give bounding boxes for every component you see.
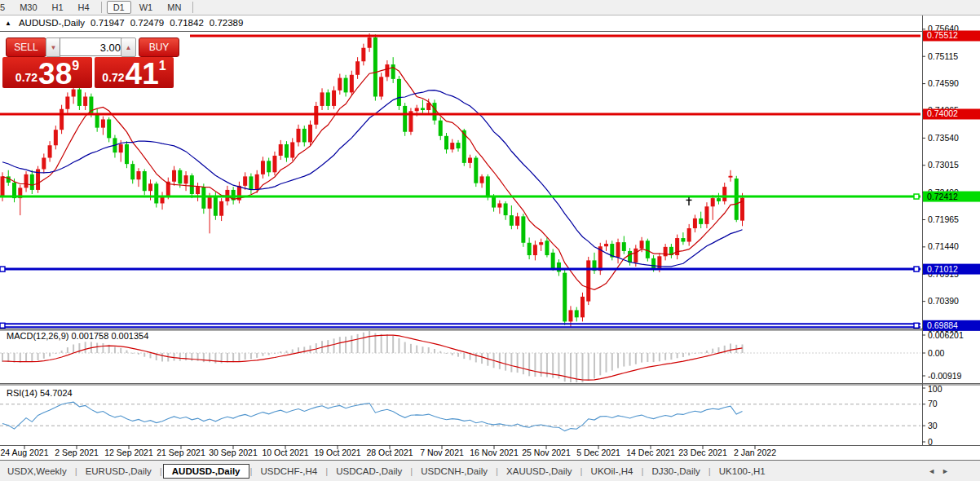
macd-axis-label: -0.00919: [928, 371, 962, 381]
chart-tab-dj30[interactable]: DJ30-,Daily: [644, 464, 707, 479]
chart-tab-uk100[interactable]: UK100-,H1: [712, 464, 773, 479]
sell-price-box[interactable]: 0.72 38 9: [2, 57, 92, 88]
chart-tab-eurusd[interactable]: EURUSD-,Daily: [78, 464, 159, 479]
candle-body: [616, 242, 620, 257]
macd-axis-label: 0.006201: [928, 330, 964, 340]
candle-body: [308, 125, 312, 143]
macd-bar: [351, 336, 352, 353]
line-handle[interactable]: [914, 323, 919, 328]
date-axis: 24 Aug 20212 Sep 202112 Sep 202121 Sep 2…: [1, 445, 777, 457]
volume-increase-button[interactable]: ▲: [121, 38, 136, 57]
timeframe-button-mn[interactable]: MN: [161, 1, 188, 14]
sell-price-big: 38: [38, 62, 72, 86]
line-handle[interactable]: [914, 194, 919, 199]
macd-bar: [262, 353, 263, 356]
macd-bar: [439, 351, 441, 353]
macd-bar: [611, 353, 613, 371]
sell-button[interactable]: SELL: [6, 38, 46, 57]
macd-bar: [576, 353, 577, 382]
macd-bar: [102, 343, 104, 353]
date-tick-label: 2 Jan 2022: [734, 448, 776, 457]
candle-body: [285, 144, 289, 158]
macd-bar: [20, 353, 21, 363]
chart-tab-usdx[interactable]: USDX,Weekly: [0, 464, 74, 479]
macd-bar: [285, 351, 287, 353]
chart-symbol-label: AUDUSD-,Daily: [19, 18, 85, 28]
candle-body: [379, 77, 383, 96]
toolbar-separator: [192, 2, 193, 13]
macd-bar: [706, 351, 708, 353]
chart-tab-usdcnh[interactable]: USDCNH-,Daily: [413, 464, 495, 479]
macd-bar: [327, 340, 329, 353]
candle-body: [130, 164, 135, 179]
ohlc-open: 0.71947: [90, 18, 125, 28]
macd-bar: [38, 353, 39, 360]
macd-bar: [31, 353, 33, 362]
candle-body: [699, 218, 703, 224]
line-handle[interactable]: [914, 267, 919, 271]
candle-body: [119, 144, 123, 152]
macd-bar: [659, 353, 660, 361]
ohlc-close: 0.72389: [210, 18, 244, 28]
chart-tab-ukoil[interactable]: UKOil-,H4: [584, 464, 641, 479]
collapse-triangle-icon[interactable]: ▲: [5, 20, 11, 27]
chart-title: ▲ AUDUSD-,Daily 0.71947 0.72479 0.71842 …: [5, 17, 243, 29]
chart-tab-audusd[interactable]: AUDUSD-,Daily: [163, 464, 249, 479]
macd-bar: [564, 353, 566, 382]
macd-bar: [528, 353, 530, 376]
macd-bar: [369, 331, 370, 353]
macd-bar: [55, 353, 56, 354]
buy-price-big: 41: [126, 62, 159, 86]
macd-bar: [203, 353, 205, 362]
volume-input[interactable]: [60, 38, 125, 56]
macd-bar: [268, 353, 270, 355]
macd-bar: [392, 336, 394, 353]
chevron-up-icon: ▲: [126, 44, 132, 51]
timeframe-button-h4[interactable]: H4: [72, 1, 96, 14]
candle-body: [497, 203, 501, 207]
timeframe-button-w1[interactable]: W1: [133, 1, 160, 14]
date-tick-label: 14 Dec 2021: [626, 448, 675, 457]
candle-body: [332, 90, 336, 106]
macd-bar: [339, 337, 341, 353]
macd-bar: [434, 349, 435, 353]
price-tick-label: 0.71965: [928, 214, 959, 224]
candle-body: [101, 119, 105, 127]
buy-button[interactable]: BUY: [139, 38, 179, 57]
line-handle[interactable]: [0, 323, 5, 328]
timeframe-button-h1[interactable]: H1: [46, 1, 70, 14]
macd-bar: [161, 353, 163, 361]
buy-price-box[interactable]: 0.72 41 1: [95, 57, 174, 88]
tab-scroll-arrows[interactable]: ◄►: [928, 467, 956, 475]
candle-body: [297, 129, 301, 143]
candle-body: [704, 206, 709, 224]
candle-body: [261, 161, 265, 174]
macd-bar: [635, 353, 637, 364]
candle-body: [528, 243, 532, 255]
macd-bar: [410, 344, 412, 353]
macd-bar: [670, 353, 672, 360]
hline-price-text: 0.74002: [927, 108, 958, 118]
line-handle[interactable]: [0, 267, 5, 271]
candle-body: [651, 258, 656, 269]
candle-body: [711, 198, 715, 206]
macd-bar: [647, 353, 648, 362]
date-tick-label: 16 Nov 2021: [470, 448, 519, 457]
candle-body: [457, 143, 461, 148]
macd-bar: [617, 353, 619, 368]
chart-tab-xauusd[interactable]: XAUUSD-,Daily: [499, 464, 580, 479]
rsi-axis-label: 0: [928, 437, 933, 447]
candle-body: [640, 240, 644, 249]
macd-bar: [523, 353, 524, 374]
macd-bar: [150, 353, 152, 358]
chart-tab-usdcad[interactable]: USDCAD-,Daily: [329, 464, 409, 479]
rsi-label: RSI(14) 54.7024: [7, 388, 73, 398]
date-tick-label: 19 Oct 2021: [314, 448, 360, 457]
candle-body: [421, 108, 425, 110]
timeframe-button-m30[interactable]: M30: [13, 1, 43, 14]
macd-bar: [505, 353, 506, 371]
timeframe-button-d1[interactable]: D1: [107, 1, 131, 14]
timeframe-button-5[interactable]: 5: [0, 1, 11, 14]
candle-body: [551, 253, 555, 269]
chart-tab-usdchf[interactable]: USDCHF-,H4: [254, 464, 325, 479]
